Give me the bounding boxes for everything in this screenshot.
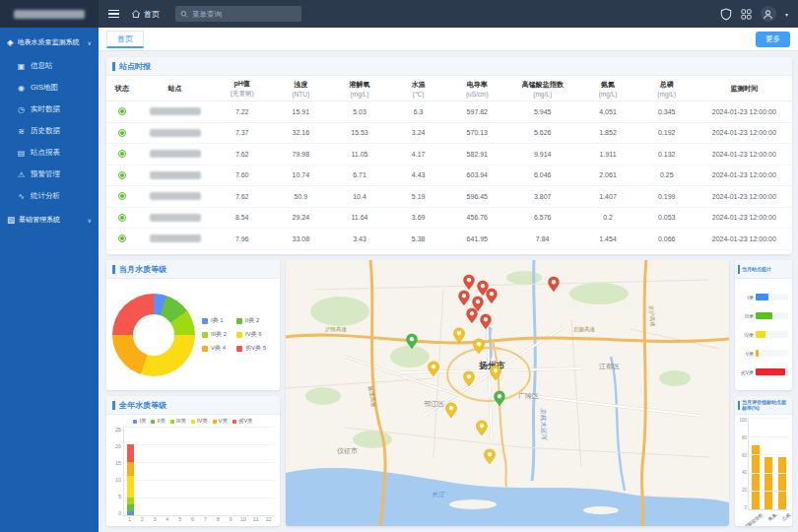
legend-item: III类	[170, 418, 186, 425]
column-header: 氨氮(mg/L)	[578, 76, 637, 101]
table-row[interactable]: 7.9633.083.435.38641.957.841.4540.066202…	[106, 229, 792, 250]
year-grade-plot	[123, 427, 275, 516]
stacked-bar	[137, 427, 150, 515]
map-label: 仪征市	[337, 446, 358, 455]
top-header: 首页 ▾	[0, 0, 798, 28]
search-icon	[180, 10, 188, 19]
table-cell: 1.407	[578, 186, 637, 208]
table-row[interactable]: 7.6010.746.714.43603.946.0462.0610.25202…	[106, 165, 792, 186]
table-cell: 3.807	[506, 186, 578, 208]
month-grade-legend: I类 1II类 2III类 2IV类 6V类 4劣V类 5	[202, 316, 266, 353]
stacked-bar	[237, 427, 250, 515]
sidebar-toggle-icon[interactable]	[108, 10, 119, 19]
table-cell: 582.91	[447, 144, 506, 166]
sidebar-item[interactable]: ▣信息站	[0, 55, 99, 77]
legend-item: I类 1	[202, 316, 232, 325]
table-cell: 2.061	[578, 165, 637, 186]
legend-item: 劣V类 5	[236, 344, 266, 353]
month-station-chart: I类III类IV类V类劣V类	[735, 279, 792, 390]
column-header: 监测时间	[697, 76, 792, 101]
chevron-down-icon: ∨	[88, 217, 92, 224]
column-header: 浊度(NTU)	[272, 76, 331, 101]
year-grade-panel: 全年水质等级 I类II类III类IV类V类劣V类 2520151050 1234…	[106, 396, 280, 526]
table-cell: 0.25	[637, 165, 697, 186]
sidebar-item[interactable]: ▤站点报表	[0, 142, 99, 164]
alert-manage-icon: ⚠	[17, 170, 26, 179]
left-chart-column: 当月水质等级 I类 1II类 2III类 2IV类 6V类 4劣V类 5 全年水…	[106, 260, 280, 526]
table-cell: 2024-01-23 12:00:00	[697, 101, 792, 123]
history-data-icon: ≋	[17, 127, 26, 136]
sidebar-item[interactable]: ∿统计分析	[0, 185, 99, 207]
sidebar-item[interactable]: ≋历史数据	[0, 120, 99, 142]
menu-search-input[interactable]	[192, 10, 297, 19]
sidebar-item[interactable]: ⚠预警管理	[0, 164, 99, 185]
month-grade-title: 当月水质等级	[106, 260, 280, 279]
table-row[interactable]: 7.6279.9811.054.17582.919.9141.9110.1322…	[106, 144, 792, 166]
status-indicator	[118, 171, 126, 179]
tab-home[interactable]: 首页	[106, 31, 144, 48]
user-avatar[interactable]	[761, 6, 776, 22]
sidebar-group-0[interactable]: ◈地表水质量监测系统∨	[0, 30, 99, 55]
city-map[interactable]: 扬州市邗江区广陵区江都区仪征市长江京杭大运河沪陕高速启扬高速京沪高速扬溧高速	[286, 260, 729, 526]
map-panel[interactable]: 扬州市邗江区广陵区江都区仪征市长江京杭大运河沪陕高速启扬高速京沪高速扬溧高速	[286, 260, 729, 526]
more-button[interactable]: 更多	[756, 32, 790, 47]
gis-map-icon: ◉	[17, 84, 26, 93]
station-name-redacted	[150, 192, 201, 200]
breadcrumb-label: 首页	[144, 9, 160, 20]
table-cell: 570.13	[447, 122, 506, 144]
right-chart-column: 当月站点统计 I类III类IV类V类劣V类 当月评价指标站点超标率(%) 100…	[735, 260, 792, 526]
station-report-title: 站点时报	[106, 57, 792, 76]
sidebar-item-label: 预警管理	[31, 169, 60, 179]
stacked-bar	[262, 427, 275, 515]
table-cell: 5.03	[330, 101, 389, 123]
legend-item: III类 2	[202, 330, 232, 339]
apps-grid-icon[interactable]	[741, 9, 752, 20]
column-header: 站点	[137, 76, 213, 101]
sidebar-item[interactable]: ◉GIS地图	[0, 77, 99, 99]
status-indicator	[118, 150, 126, 158]
year-grade-legend: I类II类III类IV类V类劣V类	[111, 418, 275, 425]
legend-item: IV类 6	[236, 330, 266, 339]
station-name-redacted	[150, 129, 201, 137]
dashboard-content: 站点时报 状态站点pH值(无量纲)浊度(NTU)溶解氧(mg/L)水温(℃)电导…	[99, 51, 798, 532]
table-cell: 7.37	[213, 122, 272, 144]
status-indicator	[118, 192, 126, 200]
breadcrumb[interactable]: 首页	[131, 9, 160, 20]
map-label: 沪陕高速	[325, 326, 348, 333]
header-actions: ▾	[720, 6, 798, 22]
info-board-icon: ▣	[17, 62, 26, 71]
table-row[interactable]: 8.5429.2411.643.69456.766.5760.20.053202…	[106, 207, 792, 229]
table-cell: 0.345	[637, 101, 697, 123]
column-header: pH值(无量纲)	[213, 76, 272, 101]
station-table-head: 状态站点pH值(无量纲)浊度(NTU)溶解氧(mg/L)水温(℃)电导率(uS/…	[106, 76, 792, 101]
exceed-rate-chart: 100806040200	[738, 418, 789, 510]
sidebar-item[interactable]: ◷实时数据	[0, 99, 99, 120]
table-cell: 5.38	[389, 229, 448, 250]
hbar-row: 劣V类	[739, 368, 788, 375]
menu-search[interactable]	[175, 6, 301, 22]
table-row[interactable]: 7.2215.915.036.3597.825.9454.0510.345202…	[106, 101, 792, 123]
station-name-redacted	[150, 150, 201, 158]
month-station-panel: 当月站点统计 I类III类IV类V类劣V类	[735, 260, 792, 390]
table-cell: 1.454	[578, 229, 637, 250]
bar	[778, 457, 786, 509]
table-row[interactable]: 7.6250.910.45.19596.453.8071.4070.199202…	[106, 186, 792, 208]
sidebar-group-1[interactable]: ▧基础管理系统∨	[0, 207, 99, 233]
hbar-row: V类	[739, 350, 788, 357]
station-report-panel: 站点时报 状态站点pH值(无量纲)浊度(NTU)溶解氧(mg/L)水温(℃)电导…	[106, 57, 792, 254]
legend-item: IV类	[191, 418, 208, 425]
month-grade-panel: 当月水质等级 I类 1II类 2III类 2IV类 6V类 4劣V类 5	[106, 260, 280, 390]
column-header: 高锰酸盐指数(mg/L)	[506, 76, 578, 101]
table-cell: 15.91	[272, 101, 331, 123]
table-cell: 6.3	[389, 101, 448, 123]
table-row[interactable]: 7.3732.1615.533.24570.135.6261.8520.1922…	[106, 122, 792, 144]
table-cell: 33.08	[272, 229, 331, 250]
year-grade-chart: 2520151050	[111, 427, 275, 516]
table-cell: 50.9	[272, 186, 331, 208]
stacked-bar	[174, 427, 187, 515]
home-icon	[131, 9, 141, 19]
user-menu-caret-icon[interactable]: ▾	[785, 11, 788, 18]
table-cell: 15.53	[330, 122, 389, 144]
shield-icon[interactable]	[720, 8, 732, 21]
table-cell: 7.84	[506, 229, 578, 250]
